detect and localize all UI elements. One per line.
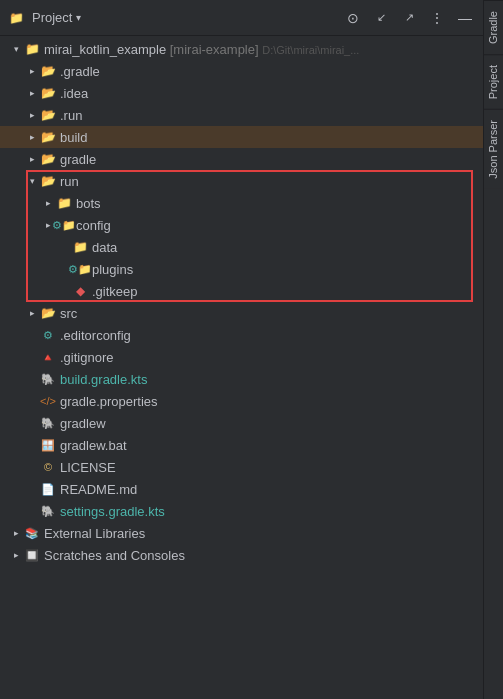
src-label: src [60,306,479,321]
tree-item-gitignore[interactable]: 🔺 .gitignore [0,346,483,368]
gradle-tab[interactable]: Gradle [484,0,503,54]
expand-btn[interactable]: ↗ [399,8,419,28]
root-folder-icon: 📁 [24,41,40,57]
gradle-props-chevron-empty [24,393,40,409]
root-chevron [8,41,24,57]
tree-item-gradle2[interactable]: 📂 gradle [0,148,483,170]
data-folder-icon: 📁 [72,239,88,255]
tree-item-plugins[interactable]: ⚙📁 plugins [0,258,483,280]
tree-item-readme[interactable]: 📄 README.md [0,478,483,500]
run-top-chevron [24,107,40,123]
editorconfig-chevron-empty [24,327,40,343]
run-top-label: .run [60,108,479,123]
tree-item-gradlew-bat[interactable]: 🪟 gradlew.bat [0,434,483,456]
project-dropdown-chevron[interactable]: ▾ [76,12,81,23]
gitignore-chevron-empty [24,349,40,365]
external-libs-chevron [8,525,24,541]
bots-chevron [40,195,56,211]
toolbar-left: 📁 Project ▾ [8,10,337,26]
build-gradle-file-icon: 🐘 [40,371,56,387]
project-tree: 📁 mirai_kotlin_example [mirai-example] D… [0,36,483,699]
tree-item-idea[interactable]: 📂 .idea [0,82,483,104]
gradle-label: .gradle [60,64,479,79]
bots-label: bots [76,196,479,211]
tree-item-gradlew[interactable]: 🐘 gradlew [0,412,483,434]
toolbar-title: Project [32,10,72,25]
build-folder-icon: 📂 [40,129,56,145]
sidebar-tabs: Gradle Project Json Parser [483,0,503,699]
idea-label: .idea [60,86,479,101]
tree-item-data[interactable]: 📁 data [0,236,483,258]
gradle2-label: gradle [60,152,479,167]
tree-item-gitkeep[interactable]: ◆ .gitkeep [0,280,483,302]
tree-item-settings-gradle[interactable]: 🐘 settings.gradle.kts [0,500,483,522]
project-folder-icon: 📁 [8,10,24,26]
data-chevron-empty [56,239,72,255]
settings-gradle-label: settings.gradle.kts [60,504,479,519]
gradlew-bat-chevron-empty [24,437,40,453]
tree-item-gradle[interactable]: 📂 .gradle [0,60,483,82]
gradle-chevron [24,63,40,79]
tree-root[interactable]: 📁 mirai_kotlin_example [mirai-example] D… [0,38,483,60]
tree-item-src[interactable]: 📂 src [0,302,483,324]
build-label: build [60,130,479,145]
root-label: mirai_kotlin_example [mirai-example] D:\… [44,42,479,57]
tree-item-run-top[interactable]: 📂 .run [0,104,483,126]
idea-chevron [24,85,40,101]
editorconfig-label: .editorconfig [60,328,479,343]
plugins-label: plugins [92,262,479,277]
tree-item-config[interactable]: ⚙📁 config [0,214,483,236]
license-file-icon: © [40,459,56,475]
target-btn[interactable]: ⊙ [343,8,363,28]
more-btn[interactable]: ⋮ [427,8,447,28]
collapse-btn[interactable]: ↙ [371,8,391,28]
build-gradle-chevron-empty [24,371,40,387]
readme-label: README.md [60,482,479,497]
run-top-folder-icon: 📂 [40,107,56,123]
build-chevron [24,129,40,145]
gradle-props-label: gradle.properties [60,394,479,409]
settings-gradle-file-icon: 🐘 [40,503,56,519]
data-label: data [92,240,479,255]
src-folder-icon: 📂 [40,305,56,321]
run-label: run [60,174,479,189]
tree-item-scratches[interactable]: 🔲 Scratches and Consoles [0,544,483,566]
tree-item-gradle-props[interactable]: </> gradle.properties [0,390,483,412]
json-parser-tab[interactable]: Json Parser [484,109,503,189]
tree-item-build[interactable]: 📂 build [0,126,483,148]
external-libs-label: External Libraries [44,526,479,541]
bots-folder-icon: 📁 [56,195,72,211]
build-gradle-label: build.gradle.kts [60,372,479,387]
gitkeep-label: .gitkeep [92,284,479,299]
gitignore-label: .gitignore [60,350,479,365]
license-label: LICENSE [60,460,479,475]
minimize-btn[interactable]: — [455,8,475,28]
scratches-label: Scratches and Consoles [44,548,479,563]
gradle2-folder-icon: 📂 [40,151,56,167]
project-tab[interactable]: Project [484,54,503,109]
readme-chevron-empty [24,481,40,497]
tree-item-bots[interactable]: 📁 bots [0,192,483,214]
tree-item-run[interactable]: 📂 run [0,170,483,192]
gitkeep-chevron-empty [56,283,72,299]
run-folder-icon: 📂 [40,173,56,189]
plugins-folder-icon: ⚙📁 [72,261,88,277]
editorconfig-file-icon: ⚙ [40,327,56,343]
toolbar-right: ⊙ ↙ ↗ ⋮ — [343,8,475,28]
idea-folder-icon: 📂 [40,85,56,101]
gradlew-file-icon: 🐘 [40,415,56,431]
gradlew-bat-label: gradlew.bat [60,438,479,453]
gitkeep-file-icon: ◆ [72,283,88,299]
tree-item-license[interactable]: © LICENSE [0,456,483,478]
tree-item-build-gradle[interactable]: 🐘 build.gradle.kts [0,368,483,390]
gitignore-file-icon: 🔺 [40,349,56,365]
run-outline-wrapper: 📂 run 📁 bots ⚙📁 config 📁 [0,170,483,302]
tree-item-editorconfig[interactable]: ⚙ .editorconfig [0,324,483,346]
scratches-icon: 🔲 [24,547,40,563]
settings-gradle-chevron-empty [24,503,40,519]
gradlew-bat-file-icon: 🪟 [40,437,56,453]
external-libs-icon: 📚 [24,525,40,541]
tree-item-external-libs[interactable]: 📚 External Libraries [0,522,483,544]
gradle-props-file-icon: </> [40,393,56,409]
gradlew-chevron-empty [24,415,40,431]
